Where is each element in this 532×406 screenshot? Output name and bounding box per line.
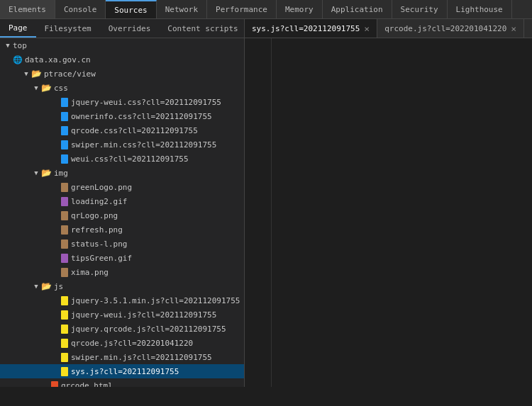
file-tree: top 🌐 data.xa.gov.cn 📂 ptrace/view 📂 css — [0, 38, 244, 387]
gif-file-icon — [61, 197, 68, 206]
img-file-icon — [61, 268, 68, 277]
tree-item-img-folder[interactable]: 📂 img — [0, 166, 244, 180]
tree-item-sys-js[interactable]: sys.js?cll=202112091755 — [0, 364, 244, 378]
file-label: sys.js?cll=202112091755 — [71, 367, 179, 376]
tree-item-qrlogo[interactable]: qrLogo.png — [0, 208, 244, 222]
file-label: jquery-weui.css?cll=202112091755 — [71, 98, 221, 107]
nav-tab-console[interactable]: Console — [55, 0, 106, 18]
tree-item-domain[interactable]: 🌐 data.xa.gov.cn — [0, 52, 244, 67]
file-label: swiper.min.js?cll=202112091755 — [71, 353, 212, 362]
nav-tab-sources[interactable]: Sources — [106, 0, 156, 18]
file-label: jquery-3.5.1.min.js?cll=202112091755 — [71, 296, 240, 305]
arrow-icon — [3, 42, 13, 49]
js-file-icon — [61, 310, 68, 320]
file-label: status-l.png — [71, 239, 127, 249]
sec-tab-content-scripts[interactable]: Content scripts — [159, 19, 245, 38]
globe-icon: 🌐 — [13, 55, 23, 64]
sec-tab-page[interactable]: Page — [0, 19, 36, 38]
file-label: weui.css?cll=202112091755 — [71, 154, 189, 164]
tree-item-weui-css[interactable]: weui.css?cll=202112091755 — [0, 152, 244, 166]
tree-item-jquery-351[interactable]: jquery-3.5.1.min.js?cll=202112091755 — [0, 293, 244, 308]
close-tab-button[interactable]: × — [364, 24, 370, 33]
js-folder-label: js — [54, 282, 63, 291]
js-file-icon — [61, 367, 68, 376]
tree-item-qrcode-js[interactable]: qrcode.js?cll=202201041220 — [0, 336, 244, 350]
folder-open-icon: 📂 — [31, 69, 42, 79]
file-label: qrcode.html — [61, 381, 113, 388]
file-label: xima.png — [71, 268, 109, 277]
file-label: greenLogo.png — [71, 183, 132, 192]
tree-item-js-folder[interactable]: 📂 js — [0, 279, 244, 293]
tree-item-css-folder[interactable]: 📂 css — [0, 81, 244, 95]
top-nav-bar: Elements Console Sources Network Perform… — [0, 0, 532, 19]
nav-tab-lighthouse[interactable]: Lighthouse — [448, 0, 512, 18]
tree-item-xima[interactable]: xima.png — [0, 265, 244, 279]
css-file-icon — [61, 126, 68, 135]
sec-tab-overrides[interactable]: Overrides — [100, 19, 160, 38]
editor-tab-label: sys.js?cll=202112091755 — [252, 24, 360, 33]
js-file-icon — [61, 325, 68, 334]
file-label: tipsGreen.gif — [71, 254, 132, 263]
arrow-icon — [21, 70, 31, 77]
css-file-icon — [61, 140, 68, 150]
css-file-icon — [61, 112, 68, 121]
tree-item-swiper-js[interactable]: swiper.min.js?cll=202112091755 — [0, 350, 244, 364]
line-numbers — [245, 38, 272, 387]
tree-item-greenlogo[interactable]: greenLogo.png — [0, 180, 244, 194]
editor-tab-qrcode-js[interactable]: qrcode.js?cll=202201041220 × — [377, 19, 524, 38]
arrow-icon — [31, 169, 41, 176]
file-label: swiper.min.css?cll=202112091755 — [71, 140, 216, 150]
sec-tab-filesystem[interactable]: Filesystem — [36, 19, 100, 38]
file-label: jquery.qrcode.js?cll=202112091755 — [71, 325, 226, 334]
tree-item-qrcode-html[interactable]: qrcode.html — [0, 378, 244, 387]
tree-item-status-l[interactable]: status-l.png — [0, 237, 244, 251]
tree-item-jquery-qrcode[interactable]: jquery.qrcode.js?cll=202112091755 — [0, 322, 244, 336]
folder-open-icon: 📂 — [41, 168, 52, 178]
css-file-icon — [61, 98, 68, 107]
main-content: Page Filesystem Overrides Content script… — [0, 19, 532, 387]
tree-item-tipsgreen[interactable]: tipsGreen.gif — [0, 251, 244, 265]
folder-open-icon: 📂 — [41, 281, 52, 291]
nav-tab-memory[interactable]: Memory — [277, 0, 323, 18]
js-file-icon — [61, 296, 68, 305]
nav-tab-network[interactable]: Network — [157, 0, 207, 18]
file-tree-sidebar: Page Filesystem Overrides Content script… — [0, 19, 245, 387]
file-label: jquery-weui.js?cll=202112091755 — [71, 310, 216, 320]
tree-item-jquery-weui-js[interactable]: jquery-weui.js?cll=202112091755 — [0, 308, 244, 322]
tree-item-loading2[interactable]: loading2.gif — [0, 194, 244, 208]
arrow-icon — [31, 84, 41, 91]
ptrace-label: ptrace/view — [44, 69, 96, 79]
tree-item-ownerinfo-css[interactable]: ownerinfo.css?cll=202112091755 — [0, 109, 244, 123]
nav-tab-security[interactable]: Security — [392, 0, 448, 18]
editor-tab-bar: sys.js?cll=202112091755 × qrcode.js?cll=… — [245, 19, 532, 38]
close-tab-button[interactable]: × — [511, 24, 516, 33]
tree-item-swiper-css[interactable]: swiper.min.css?cll=202112091755 — [0, 137, 244, 152]
img-file-icon — [61, 211, 68, 220]
css-folder-label: css — [54, 84, 68, 93]
tree-item-top[interactable]: top — [0, 38, 244, 52]
tree-item-ptrace[interactable]: 📂 ptrace/view — [0, 67, 244, 81]
domain-label: data.xa.gov.cn — [25, 55, 91, 64]
tree-item-qrcode-css[interactable]: qrcode.css?cll=202112091755 — [0, 123, 244, 137]
img-folder-label: img — [54, 169, 68, 178]
arrow-icon — [31, 283, 41, 290]
editor-tab-sys-js[interactable]: sys.js?cll=202112091755 × — [245, 19, 377, 38]
file-label: qrcode.css?cll=202112091755 — [71, 126, 198, 135]
nav-tab-elements[interactable]: Elements — [0, 0, 55, 18]
nav-tab-application[interactable]: Application — [323, 0, 392, 18]
tree-item-jquery-weui-css[interactable]: jquery-weui.css?cll=202112091755 — [0, 95, 244, 109]
img-file-icon — [61, 225, 68, 235]
file-label: loading2.gif — [71, 197, 127, 206]
file-label: qrLogo.png — [71, 211, 118, 220]
editor-tab-label: qrcode.js?cll=202201041220 — [384, 24, 506, 33]
tree-item-refresh[interactable]: refresh.png — [0, 222, 244, 237]
folder-open-icon: 📂 — [41, 83, 52, 93]
nav-tab-performance[interactable]: Performance — [207, 0, 277, 18]
code-content[interactable] — [272, 38, 532, 387]
js-file-icon — [61, 353, 68, 362]
img-file-icon — [61, 239, 68, 249]
code-editor: sys.js?cll=202112091755 × qrcode.js?cll=… — [245, 19, 532, 387]
html-file-icon — [51, 381, 58, 387]
file-label: refresh.png — [71, 225, 123, 235]
css-file-icon — [61, 154, 68, 164]
